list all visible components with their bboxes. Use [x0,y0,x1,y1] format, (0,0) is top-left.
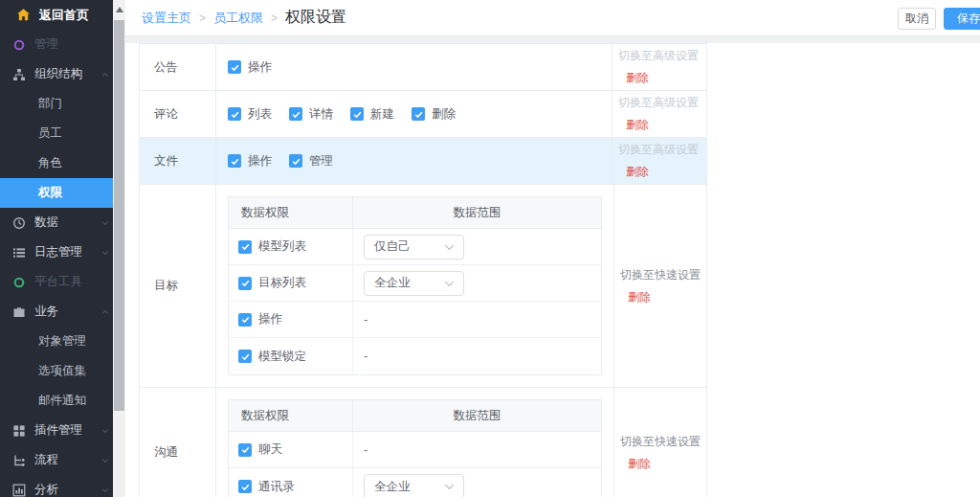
data-scope-table-header: 数据权限数据范围 [229,197,601,229]
delete-link[interactable]: 删除 [628,289,708,305]
chevron-down-icon [444,480,455,493]
sidebar-item-0[interactable]: 管理 [0,30,113,59]
log-list-icon [12,246,26,260]
save-button[interactable]: 保存 [944,8,980,30]
checkbox-checked-icon[interactable] [238,443,252,457]
permission-checkbox-item[interactable]: 详情 [289,106,333,123]
scope-select[interactable]: 仅自己 [364,235,464,260]
toggle-settings-link[interactable]: 切换至高级设置 [618,48,706,64]
checkbox-checked-icon[interactable] [238,277,252,290]
checkbox-checked-icon[interactable] [238,350,252,363]
permission-checkbox-item[interactable]: 操作 [228,59,272,76]
checkbox-label: 列表 [248,106,272,123]
sidebar-item-2[interactable]: 部门 [0,89,113,119]
delete-link[interactable]: 删除 [626,117,706,133]
checkbox-checked-icon[interactable] [228,107,241,121]
sidebar-nav: 管理组织结构部门员工角色权限数据日志管理平台工具业务对象管理选项值集邮件通知插件… [0,30,113,497]
chevron-down-icon [101,219,109,227]
sidebar-item-6[interactable]: 数据 [0,208,113,237]
permission-checkbox-item[interactable]: 模型锁定 [238,349,306,365]
permission-checkbox-item[interactable]: 删除 [412,106,456,123]
checkbox-label: 模型列表 [258,238,306,255]
sidebar-item-4[interactable]: 角色 [0,148,113,178]
process-flow-icon [12,454,26,467]
data-scope-row: 通讯录全企业 [229,468,601,497]
scrollbar-up-arrow-icon[interactable] [116,7,123,12]
chevron-down-icon [444,277,455,290]
toggle-settings-link[interactable]: 切换至高级设置 [618,95,706,111]
data-scope-table-header: 数据权限数据范围 [229,400,601,432]
delete-link[interactable]: 删除 [626,70,706,86]
permission-checkbox-item[interactable]: 模型列表 [238,238,306,255]
sidebar-item-9[interactable]: 业务 [0,297,113,327]
sidebar-item-15[interactable]: 分析 [0,475,113,497]
table-row-0: 公告操作切换至高级设置删除 [140,44,706,91]
permission-checks: 操作 [216,59,272,76]
delete-link[interactable]: 删除 [628,456,708,472]
sidebar-item-10[interactable]: 对象管理 [0,327,113,356]
checkbox-checked-icon[interactable] [289,107,302,121]
permission-checkbox-item[interactable]: 通讯录 [238,479,295,495]
table-row-1: 评论列表详情新建删除切换至高级设置删除 [140,91,706,138]
chevron-down-icon [101,427,109,435]
row-label: 公告 [140,44,216,90]
data-permission-header: 数据权限 [229,197,353,228]
sidebar-item-7[interactable]: 日志管理 [0,237,113,267]
row-actions-cell: 切换至高级设置删除 [612,138,706,184]
topbar-actions: 取消 保存 [898,8,980,30]
checkbox-checked-icon[interactable] [350,107,364,121]
scrollbar-thumb[interactable] [114,20,124,411]
scope-select[interactable]: 全企业 [364,271,464,296]
main-area: 设置主页 > 员工权限 > 权限设置 取消 保存 公告操作切换至高级设置删除评论… [125,0,980,497]
sidebar-item-label: 日志管理 [34,244,82,260]
chevron-down-icon [101,486,109,494]
checkbox-label: 操作 [258,311,282,328]
permission-checkbox-item[interactable]: 操作 [228,153,272,169]
sidebar-scrollbar[interactable] [113,0,125,497]
sidebar-item-8[interactable]: 平台工具 [0,267,113,297]
sidebar-item-1[interactable]: 组织结构 [0,59,113,89]
scope-empty-value: - [364,313,368,327]
checkbox-checked-icon[interactable] [228,154,241,168]
row-label: 评论 [140,91,216,137]
permission-checkbox-item[interactable]: 新建 [350,106,394,123]
sidebar-item-5[interactable]: 权限 [0,178,113,208]
checkbox-checked-icon[interactable] [238,480,252,493]
checkbox-checked-icon[interactable] [412,107,425,121]
row-content-cell: 操作 [216,44,612,90]
sidebar-item-11[interactable]: 选项值集 [0,356,113,386]
sidebar-item-label: 插件管理 [34,422,82,439]
checkbox-checked-icon[interactable] [228,60,241,74]
breadcrumb-link-employee-permissions[interactable]: 员工权限 [213,10,263,27]
checkbox-checked-icon[interactable] [289,154,302,168]
checkbox-checked-icon[interactable] [238,240,252,254]
toggle-settings-link[interactable]: 切换至快速设置 [620,267,708,283]
sidebar-back-home[interactable]: 返回首页 [0,0,113,30]
sidebar-item-12[interactable]: 邮件通知 [0,386,113,416]
checkbox-checked-icon[interactable] [238,313,252,327]
permission-checkbox-item[interactable]: 目标列表 [238,275,306,291]
delete-link[interactable]: 删除 [626,164,706,180]
permission-checkbox-item[interactable]: 列表 [228,106,272,123]
checkbox-label: 操作 [248,153,272,169]
sidebar-item-3[interactable]: 员工 [0,119,113,148]
data-permission-header: 数据权限 [229,400,353,431]
scope-empty-value: - [364,350,368,363]
toggle-settings-link[interactable]: 切换至高级设置 [618,142,706,158]
breadcrumb-link-settings-home[interactable]: 设置主页 [142,10,191,27]
scope-select[interactable]: 全企业 [364,474,464,497]
data-scope-cell: 仅自己 [353,229,601,264]
org-structure-icon [12,68,26,81]
data-scope-cell: - [353,338,601,374]
cancel-button[interactable]: 取消 [898,8,936,30]
sidebar-item-14[interactable]: 流程 [0,445,113,475]
back-home-label: 返回首页 [39,7,89,24]
permission-checkbox-item[interactable]: 管理 [289,153,333,169]
sidebar-item-label: 数据 [34,215,58,231]
breadcrumb-separator: > [199,11,206,25]
permission-checkbox-item[interactable]: 聊天 [238,441,282,458]
permission-checkbox-item[interactable]: 操作 [238,311,282,328]
toggle-settings-link[interactable]: 切换至快速设置 [620,434,708,450]
data-scope-header: 数据范围 [353,400,601,431]
sidebar-item-13[interactable]: 插件管理 [0,416,113,445]
